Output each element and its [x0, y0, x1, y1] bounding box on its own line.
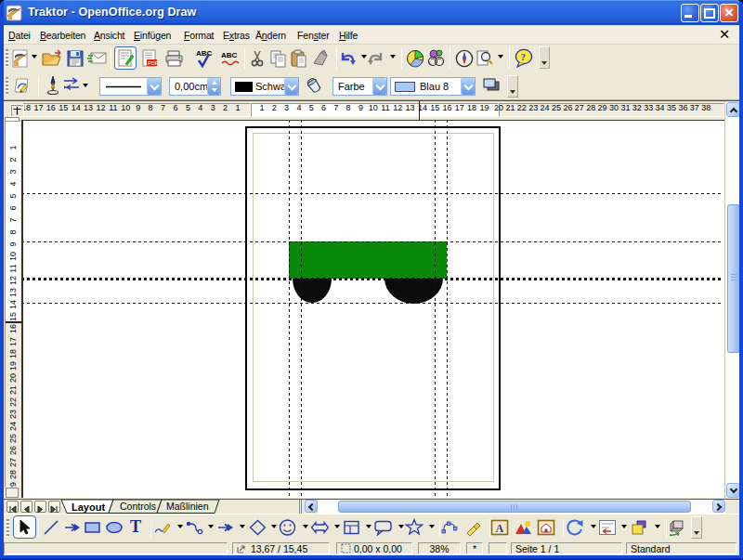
svg-text:Layout: Layout [72, 501, 105, 513]
svg-text:Controls: Controls [120, 501, 156, 512]
svg-text:PDF: PDF [148, 60, 158, 66]
svg-text:A: A [496, 522, 504, 535]
svg-text:?: ? [521, 51, 527, 62]
svg-text:ABC: ABC [221, 51, 238, 59]
svg-text:ABC: ABC [196, 49, 213, 58]
svg-text:T: T [130, 517, 141, 536]
svg-text:Maßlinien: Maßlinien [166, 501, 209, 512]
